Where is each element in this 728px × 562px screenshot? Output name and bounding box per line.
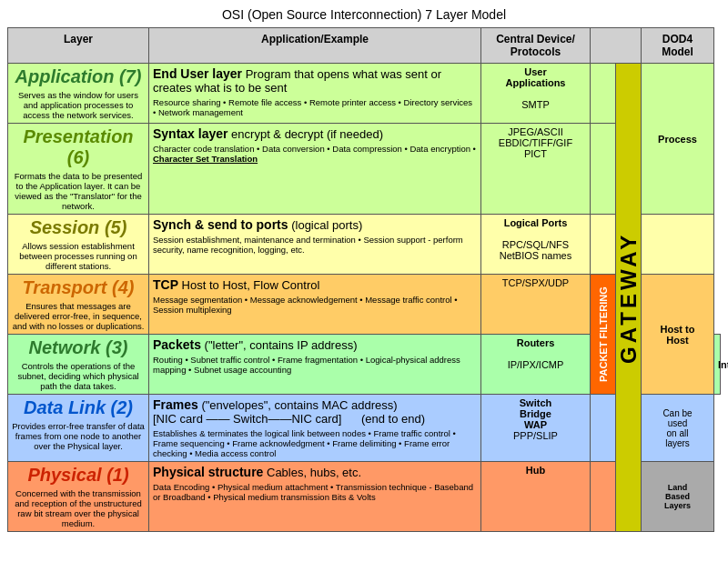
app-cell-session: Synch & send to ports (logical ports)Ses… [149, 215, 481, 275]
app-cell-presentation: Syntax layer encrypt & decrypt (if neede… [149, 124, 481, 215]
dod-internet: Internet [714, 335, 721, 395]
layer-name-transport: Transport (4) [12, 277, 145, 298]
layer-name-physical: Physical (1) [12, 465, 145, 486]
layer-name-network: Network (3) [12, 337, 145, 358]
layer-cell-datalink: Data Link (2)Provides error-free transfe… [8, 395, 149, 462]
header-gateway [591, 28, 642, 64]
central-cell-network: RoutersIP/IPX/ICMP [481, 335, 591, 395]
dod-host-host: Host toHost [642, 275, 714, 395]
gateway-cell: GATEWAY [616, 64, 642, 532]
layer-cell-presentation: Presentation (6)Formats the data to be p… [8, 124, 149, 215]
central-cell-session: Logical PortsRPC/SQL/NFSNetBIOS names [481, 215, 591, 275]
layer-desc-presentation: Formats the data to be presented to the … [12, 171, 145, 211]
central-cell-physical: Hub [481, 462, 591, 532]
header-app: Application/Example [149, 28, 481, 64]
row-application: Application (7)Serves as the window for … [8, 64, 721, 124]
central-cell-transport: TCP/SPX/UDP [481, 275, 591, 335]
header-central: Central Device/ Protocols [481, 28, 591, 64]
layer-desc-network: Controls the operations of the subnet, d… [12, 361, 145, 391]
packet-placeholder-0 [591, 64, 616, 124]
dod-session-empty [642, 215, 714, 275]
central-cell-presentation: JPEG/ASCIIEBDIC/TIFF/GIFPICT [481, 124, 591, 215]
packet-placeholder-5 [591, 395, 616, 462]
layer-name-datalink: Data Link (2) [12, 397, 145, 418]
page-title: OSI (Open Source Interconnection) 7 Laye… [7, 7, 721, 22]
osi-table: Layer Application/Example Central Device… [7, 27, 721, 532]
page: OSI (Open Source Interconnection) 7 Laye… [0, 0, 728, 562]
packet-placeholder-2 [591, 215, 616, 275]
packet-placeholder-6 [591, 462, 616, 532]
header-row: Layer Application/Example Central Device… [8, 28, 721, 64]
dod-process: Process [642, 64, 714, 215]
layer-name-session: Session (5) [12, 217, 145, 238]
row-physical: Physical (1)Concerned with the transmiss… [8, 462, 721, 532]
central-cell-application: UserApplicationsSMTP [481, 64, 591, 124]
layer-desc-session: Allows session establishment between pro… [12, 241, 145, 271]
layer-name-presentation: Presentation (6) [12, 126, 145, 168]
row-datalink: Data Link (2)Provides error-free transfe… [8, 395, 721, 462]
layer-desc-physical: Concerned with the transmission and rece… [12, 488, 145, 528]
header-layer: Layer [8, 28, 149, 64]
dod-land-based: LandBasedLayers [642, 462, 714, 532]
layer-name-application: Application (7) [12, 66, 145, 87]
packet-placeholder-1 [591, 124, 616, 215]
app-cell-transport: TCP Host to Host, Flow ControlMessage se… [149, 275, 481, 335]
layer-cell-network: Network (3)Controls the operations of th… [8, 335, 149, 395]
app-cell-application: End User layer Program that opens what w… [149, 64, 481, 124]
layer-cell-application: Application (7)Serves as the window for … [8, 64, 149, 124]
header-dod: DOD4 Model [642, 28, 714, 64]
app-cell-datalink: Frames ("envelopes", contains MAC addres… [149, 395, 481, 462]
packet-filtering-cell: PACKET FILTERING [591, 275, 616, 395]
layer-desc-application: Serves as the window for users and appli… [12, 90, 145, 120]
central-cell-datalink: SwitchBridgeWAPPPP/SLIP [481, 395, 591, 462]
layer-desc-datalink: Provides error-free transfer of data fra… [12, 421, 145, 451]
layer-cell-transport: Transport (4)Ensures that messages are d… [8, 275, 149, 335]
app-cell-physical: Physical structure Cables, hubs, etc.Dat… [149, 462, 481, 532]
dod-can-be-used: Can beusedon alllayers [642, 395, 714, 462]
row-transport: Transport (4)Ensures that messages are d… [8, 275, 721, 335]
row-presentation: Presentation (6)Formats the data to be p… [8, 124, 721, 215]
row-session: Session (5)Allows session establishment … [8, 215, 721, 275]
layer-cell-physical: Physical (1)Concerned with the transmiss… [8, 462, 149, 532]
layer-desc-transport: Ensures that messages are delivered erro… [12, 301, 145, 331]
layer-cell-session: Session (5)Allows session establishment … [8, 215, 149, 275]
app-cell-network: Packets ("letter", contains IP address)R… [149, 335, 481, 395]
